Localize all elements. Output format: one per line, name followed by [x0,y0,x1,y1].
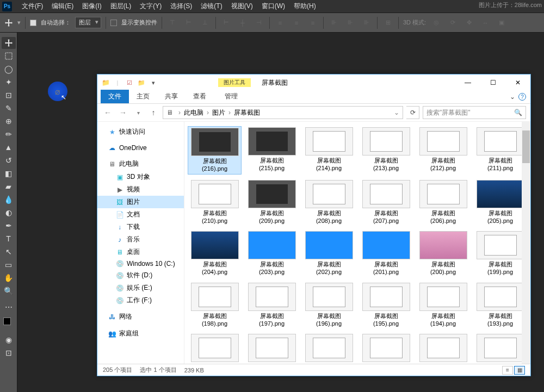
file-item[interactable]: 屏幕截图(210).png [188,179,242,226]
auto-select-checkbox[interactable] [30,20,36,26]
file-item[interactable]: 屏幕截图(206).png [416,179,470,226]
eraser-tool[interactable]: ◧ [2,167,16,179]
ribbon-expand-icon[interactable]: ⌄ [510,93,515,101]
file-item[interactable]: 屏幕截图(205).png [473,179,527,226]
file-item[interactable]: 屏幕截图(216).png [188,126,242,175]
menu-layer[interactable]: 图层(L) [106,2,136,11]
file-item[interactable]: 屏幕截图(197).png [245,282,299,329]
marquee-tool[interactable] [2,50,16,62]
stamp-tool[interactable]: ▲ [2,141,16,153]
sidebar-item[interactable]: ↓下载 [97,221,184,233]
sidebar-network[interactable]: 🖧网络 [97,310,184,323]
lasso-tool[interactable]: ◯ [2,63,16,75]
file-area[interactable]: 屏幕截图(216).png屏幕截图(215).png屏幕截图(214).png屏… [184,122,530,364]
file-item[interactable]: 屏幕截图(211).png [473,126,527,175]
address-bar[interactable]: 🖥 › 此电脑 › 图片 › 屏幕截图 ⌄ [163,106,403,119]
healing-tool[interactable]: ⊕ [2,115,16,127]
sidebar-item[interactable]: 💿工作 (F:) [97,294,184,307]
menu-help[interactable]: 帮助(H) [289,2,320,11]
show-transform-checkbox[interactable] [110,20,117,26]
file-item[interactable]: 屏幕截图(194).png [416,282,470,329]
file-item[interactable]: 屏幕截图(209).png [245,179,299,226]
back-button[interactable]: ← [102,107,114,119]
shape-tool[interactable]: ▭ [2,259,16,271]
qat-newfolder-icon[interactable]: 📁 [137,78,146,88]
move-tool[interactable] [2,37,16,49]
minimize-button[interactable]: — [455,74,480,91]
menu-view[interactable]: 视图(V) [227,2,257,11]
crumb-pictures[interactable]: 图片 [212,108,225,117]
type-tool[interactable]: T [2,233,16,245]
maximize-button[interactable]: ☐ [480,74,505,91]
file-item[interactable]: 屏幕截图(203).png [245,230,299,277]
sidebar-item[interactable]: 💿软件 (D:) [97,269,184,282]
menu-edit[interactable]: 编辑(E) [47,2,78,11]
up-button[interactable]: ↑ [147,107,159,119]
menu-image[interactable]: 图像(I) [78,2,106,11]
sidebar-this-pc[interactable]: 🖥此电脑 [97,157,184,171]
close-button[interactable]: ✕ [505,74,530,91]
file-item[interactable]: 屏幕截图(202).png [302,230,356,277]
tab-manage[interactable]: 管理 [217,90,245,103]
layer-dropdown[interactable]: 图层 [75,17,101,28]
help-icon[interactable]: ? [518,93,526,101]
crumb-screenshots[interactable]: 屏幕截图 [234,108,260,117]
color-swatch[interactable] [3,318,14,328]
path-tool[interactable]: ↖ [2,246,16,258]
sidebar-item[interactable]: 💿Windows 10 (C:) [97,258,184,269]
file-item[interactable]: 屏幕截图(195).png [359,282,413,329]
sidebar-item[interactable]: ♪音乐 [97,233,184,246]
tab-home[interactable]: 主页 [129,90,157,103]
options-dropdown-icon[interactable]: ▾ [17,19,21,26]
gradient-tool[interactable]: ▰ [2,181,16,192]
file-item[interactable] [473,333,527,364]
file-item[interactable]: 屏幕截图(200).png [416,230,470,277]
forward-button[interactable]: → [117,107,129,119]
menu-type[interactable]: 文字(Y) [135,2,166,11]
eyedropper-tool[interactable]: ✎ [2,102,16,114]
blur-tool[interactable]: 💧 [2,194,16,206]
file-item[interactable] [188,333,242,364]
file-item[interactable]: 屏幕截图(201).png [359,230,413,277]
quick-mask-icon[interactable]: ◉ [2,334,16,346]
file-item[interactable]: 屏幕截图(215).png [245,126,299,175]
crumb-thispc[interactable]: 此电脑 [184,108,203,117]
file-item[interactable]: 屏幕截图(196).png [302,282,356,329]
sidebar-item[interactable]: ▶视频 [97,183,184,196]
file-item[interactable]: 屏幕截图(213).png [359,126,413,175]
sidebar-onedrive[interactable]: ☁OneDrive [97,142,184,154]
file-item[interactable]: 屏幕截图(204).png [188,230,242,277]
qat-dropdown-icon[interactable]: ▾ [149,78,158,88]
file-item[interactable]: 屏幕截图(212).png [416,126,470,175]
sidebar-item[interactable]: 📄文档 [97,208,184,221]
magic-wand-tool[interactable]: ✦ [2,76,16,88]
menu-select[interactable]: 选择(S) [166,2,196,11]
view-details-icon[interactable]: ≡ [502,366,513,375]
tab-file[interactable]: 文件 [101,90,129,103]
screen-mode-icon[interactable]: ⊡ [2,347,16,359]
sidebar-item[interactable]: ▣3D 对象 [97,171,184,183]
sidebar-item[interactable]: 💿娱乐 (E:) [97,282,184,294]
file-item[interactable]: 屏幕截图(193).png [473,282,527,329]
sidebar-item[interactable]: 🖥桌面 [97,246,184,258]
refresh-button[interactable]: ⟳ [406,106,419,119]
file-item[interactable] [416,333,470,364]
qat-properties-icon[interactable]: ☑ [125,78,134,88]
recent-dropdown-icon[interactable]: ▾ [132,107,144,119]
edit-toolbar-icon[interactable]: ⋯ [2,301,16,313]
history-brush-tool[interactable]: ↺ [2,154,16,166]
tab-view[interactable]: 查看 [186,90,214,103]
menu-filter[interactable]: 滤镜(T) [196,2,226,11]
address-dropdown-icon[interactable]: ⌄ [394,109,399,116]
file-item[interactable]: 屏幕截图(198).png [188,282,242,329]
file-item[interactable] [302,333,356,364]
menu-window[interactable]: 窗口(W) [257,2,289,11]
hand-tool[interactable]: ✋ [2,272,16,284]
sidebar-item[interactable]: 🖼图片 [97,196,184,208]
pen-tool[interactable]: ✒ [2,220,16,232]
file-item[interactable] [245,333,299,364]
explorer-titlebar[interactable]: 📁 | ☑ 📁 ▾ 图片工具 屏幕截图 — ☐ ✕ [97,74,530,91]
tab-share[interactable]: 共享 [157,90,186,103]
file-item[interactable] [359,333,413,364]
sidebar-homegroup[interactable]: 👥家庭组 [97,327,184,340]
